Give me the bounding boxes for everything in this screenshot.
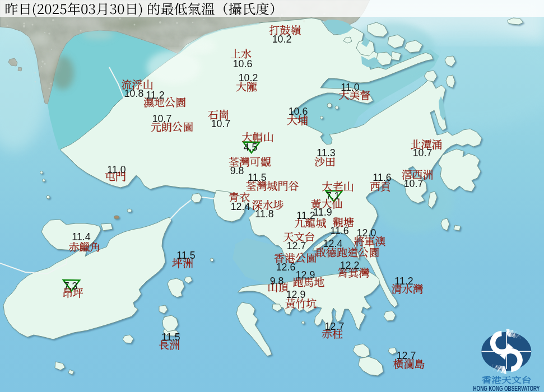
svg-text:10.7: 10.7	[404, 178, 424, 189]
svg-text:10.2: 10.2	[239, 72, 258, 83]
svg-text:11.5: 11.5	[161, 332, 180, 343]
svg-text:11.5: 11.5	[248, 172, 266, 183]
svg-text:10.7: 10.7	[413, 147, 433, 158]
svg-text:11.2: 11.2	[394, 276, 413, 287]
svg-text:4.5: 4.5	[244, 142, 258, 153]
svg-text:12.2: 12.2	[340, 260, 360, 271]
svg-text:12.9: 12.9	[286, 289, 306, 300]
svg-text:HONG KONG OBSERVATORY: HONG KONG OBSERVATORY	[473, 385, 540, 392]
svg-text:7.1: 7.1	[326, 190, 340, 202]
svg-text:9.8: 9.8	[270, 276, 284, 287]
svg-text:11.2: 11.2	[146, 90, 164, 101]
svg-text:10.6: 10.6	[233, 58, 253, 69]
svg-text:11.2: 11.2	[296, 210, 315, 221]
svg-text:11.0: 11.0	[107, 164, 125, 175]
svg-text:10.7: 10.7	[152, 113, 172, 124]
svg-text:12.0: 12.0	[357, 227, 376, 239]
svg-text:10.8: 10.8	[124, 88, 144, 99]
svg-text:11.8: 11.8	[255, 208, 273, 220]
svg-text:12.4: 12.4	[231, 201, 250, 212]
svg-text:12.4: 12.4	[323, 238, 343, 249]
svg-text:11.6: 11.6	[373, 172, 391, 183]
svg-text:11.4: 11.4	[72, 231, 90, 242]
svg-text:11.6: 11.6	[330, 225, 348, 236]
svg-text:12.7: 12.7	[325, 321, 345, 332]
svg-text:10.6: 10.6	[289, 106, 308, 117]
svg-text:昨日(2025年03月30日) 的最低氣溫（攝氏度）: 昨日(2025年03月30日) 的最低氣溫（攝氏度）	[4, 0, 283, 18]
svg-text:11.3: 11.3	[317, 147, 335, 158]
svg-text:7.3: 7.3	[64, 281, 78, 292]
svg-text:11.0: 11.0	[341, 82, 359, 93]
svg-text:香港天文台: 香港天文台	[482, 374, 532, 385]
svg-text:12.9: 12.9	[296, 269, 315, 281]
svg-text:11.5: 11.5	[176, 250, 195, 261]
svg-text:10.7: 10.7	[211, 118, 231, 129]
svg-text:9.8: 9.8	[230, 165, 244, 176]
svg-text:12.6: 12.6	[276, 262, 296, 273]
svg-text:12.7: 12.7	[397, 350, 416, 361]
svg-text:10.2: 10.2	[272, 34, 292, 45]
